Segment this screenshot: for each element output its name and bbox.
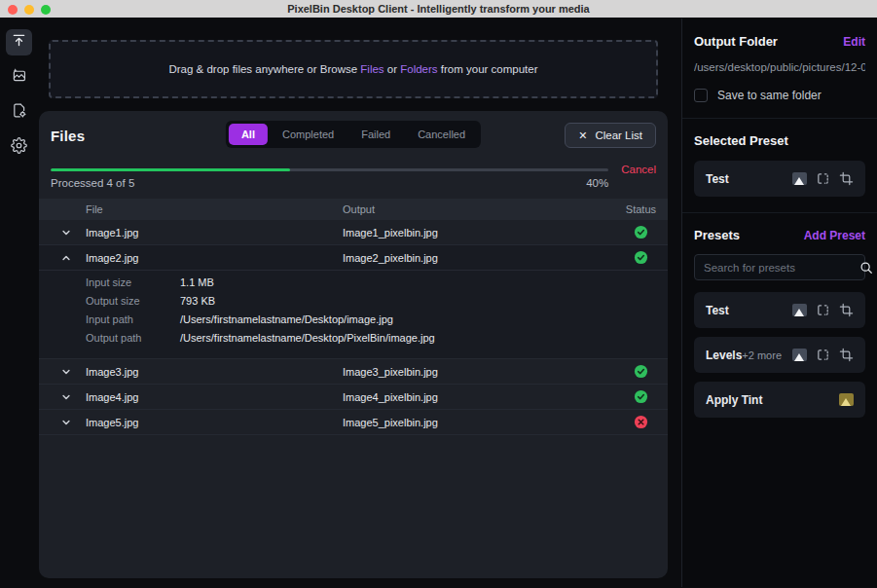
search-input[interactable] — [704, 262, 854, 274]
image-thumb-icon — [792, 349, 807, 361]
save-to-same-folder-checkbox[interactable] — [694, 89, 708, 102]
add-preset-link[interactable]: Add Preset — [804, 229, 865, 242]
status-success-icon — [613, 389, 668, 404]
cancel-link[interactable]: Cancel — [621, 164, 656, 175]
tab-completed[interactable]: Completed — [270, 124, 347, 145]
browse-files-link[interactable]: Files — [360, 63, 384, 75]
table-header: File Output Status — [39, 199, 668, 220]
drag-drop-zone[interactable]: Drag & drop files anywhere or Browse Fil… — [49, 40, 658, 98]
detail-label: Output path — [86, 329, 180, 348]
upload-tray-icon — [11, 32, 27, 53]
output-name: Image3_pixelbin.jpg — [343, 366, 613, 378]
preset-name: Test — [706, 172, 729, 186]
selected-preset-card[interactable]: Test — [694, 161, 865, 197]
flip-horizontal-icon — [816, 348, 830, 362]
header-status: Status — [613, 203, 668, 215]
sidebar-item-images[interactable] — [6, 64, 32, 91]
output-folder-path: /users/desktop/public/pictures/12-02-202… — [694, 61, 865, 73]
chevron-down-icon[interactable] — [39, 367, 86, 377]
sidebar-item-settings[interactable] — [6, 134, 32, 161]
detail-label: Output size — [86, 292, 180, 311]
preset-list: Test Levels +2 more — [694, 292, 865, 418]
tint-image-icon — [839, 393, 854, 406]
output-name: Image4_pixelbin.jpg — [343, 391, 613, 403]
minimize-window-button[interactable] — [24, 5, 34, 15]
status-success-icon — [613, 364, 668, 379]
detail-value: 1.1 MB — [180, 274, 656, 292]
detail-label: Input path — [86, 311, 180, 329]
output-folder-title: Output Folder — [694, 34, 778, 49]
search-icon — [859, 261, 873, 275]
sidebar-item-file-settings[interactable] — [6, 99, 32, 126]
edit-output-folder-link[interactable]: Edit — [843, 35, 865, 49]
main-content: Drag & drop files anywhere or Browse Fil… — [39, 18, 668, 587]
tab-cancelled[interactable]: Cancelled — [405, 124, 478, 145]
file-name: Image2.jpg — [86, 252, 343, 264]
file-name: Image3.jpg — [86, 366, 343, 378]
window-title: PixelBin Desktop Client - Intelligently … — [287, 3, 590, 15]
chevron-down-icon[interactable] — [39, 392, 86, 402]
progress-section: Processed 4 of 5 40% Cancel — [39, 158, 668, 189]
table-row[interactable]: Image5.jpg Image5_pixelbin.jpg — [39, 410, 668, 435]
sidebar-item-upload[interactable] — [6, 29, 32, 55]
detail-value: 793 KB — [180, 292, 656, 311]
window-controls[interactable] — [8, 5, 51, 15]
section-divider — [682, 212, 877, 213]
titlebar: PixelBin Desktop Client - Intelligently … — [0, 0, 877, 18]
clear-list-button[interactable]: ✕ Clear List — [565, 123, 656, 148]
flip-horizontal-icon — [816, 303, 830, 317]
file-name: Image4.jpg — [86, 391, 343, 403]
chevron-down-icon[interactable] — [39, 228, 86, 238]
file-export-icon — [11, 102, 27, 123]
file-name: Image1.jpg — [86, 227, 343, 239]
clear-list-label: Clear List — [595, 129, 642, 141]
selected-preset-title: Selected Preset — [694, 133, 865, 148]
browse-folders-link[interactable]: Folders — [400, 63, 437, 75]
preset-name: Levels — [706, 349, 742, 362]
files-panel: Files All Completed Failed Cancelled ✕ C… — [39, 111, 668, 578]
detail-value: /Users/firstnamelastname/Desktop/image.j… — [180, 311, 656, 329]
preset-name: Apply Tint — [706, 393, 762, 407]
zoom-window-button[interactable] — [41, 5, 51, 15]
app-window: PixelBin Desktop Client - Intelligently … — [0, 0, 877, 588]
save-to-same-folder-label: Save to same folder — [717, 89, 822, 102]
table-row[interactable]: Image3.jpg Image3_pixelbin.jpg — [39, 359, 668, 385]
table-row[interactable]: Image1.jpg Image1_pixelbin.jpg — [39, 220, 668, 245]
crop-icon — [839, 348, 854, 362]
chevron-down-icon[interactable] — [39, 418, 86, 427]
files-panel-title: Files — [51, 128, 85, 144]
close-window-button[interactable] — [8, 5, 18, 15]
progress-percent-label: 40% — [586, 177, 608, 189]
status-failed-icon — [613, 415, 668, 429]
tab-failed[interactable]: Failed — [348, 124, 403, 145]
header-output: Output — [343, 203, 613, 215]
presets-title: Presets — [694, 228, 740, 242]
section-divider — [682, 118, 877, 119]
file-name: Image5.jpg — [86, 417, 343, 428]
settings-gear-icon — [11, 137, 27, 158]
preset-search[interactable] — [694, 254, 865, 280]
table-row[interactable]: Image2.jpg Image2_pixelbin.jpg — [39, 245, 668, 271]
image-sparkle-icon — [11, 67, 27, 88]
detail-label: Input size — [86, 274, 180, 292]
table-row[interactable]: Image4.jpg Image4_pixelbin.jpg — [39, 385, 668, 410]
image-thumb-icon — [792, 172, 807, 185]
image-thumb-icon — [792, 304, 807, 316]
tab-all[interactable]: All — [229, 124, 268, 145]
close-icon: ✕ — [578, 130, 587, 141]
dropzone-text: Drag & drop files anywhere or Browse Fil… — [168, 63, 537, 75]
output-name: Image1_pixelbin.jpg — [343, 227, 613, 239]
crop-icon — [839, 171, 854, 186]
preset-item[interactable]: Test — [694, 292, 865, 328]
sidebar — [0, 18, 37, 587]
dropzone-text-suffix: from your computer — [438, 63, 538, 75]
chevron-up-icon[interactable] — [39, 253, 86, 263]
preset-item[interactable]: Levels +2 more — [694, 337, 865, 373]
preset-name: Test — [706, 304, 729, 317]
preset-item[interactable]: Apply Tint — [694, 382, 865, 418]
dropzone-text-middle: or — [384, 63, 401, 75]
progress-bar — [51, 168, 608, 171]
header-file: File — [86, 203, 343, 215]
progress-fill — [51, 168, 290, 171]
dropzone-text-prefix: Drag & drop files anywhere or Browse — [168, 63, 360, 75]
